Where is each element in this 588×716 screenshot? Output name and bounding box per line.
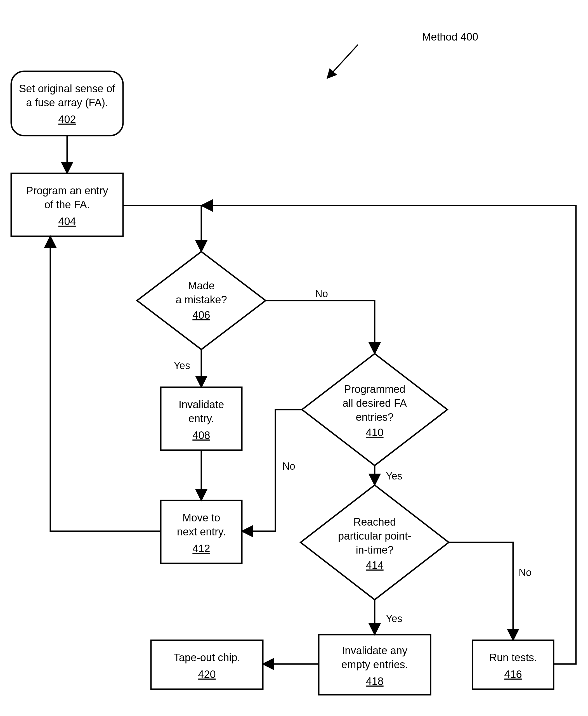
node-414-line1: Reached (353, 516, 396, 528)
edge-406-408-label: Yes (174, 360, 190, 371)
node-416-line1: Run tests. (489, 652, 537, 664)
node-402-line1: Set original sense of (19, 83, 115, 94)
svg-rect-9 (151, 640, 263, 689)
node-408-line1: Invalidate (178, 399, 224, 410)
node-404-ref: 404 (58, 215, 76, 227)
node-404-line1: Program an entry (26, 185, 108, 196)
node-410-line3: entries? (356, 411, 393, 423)
node-402: Set original sense of a fuse array (FA).… (11, 71, 123, 135)
node-408-line2: entry. (188, 413, 214, 424)
node-418-line2: empty entries. (341, 659, 408, 670)
node-408-ref: 408 (192, 429, 210, 441)
node-412-ref: 412 (192, 543, 210, 554)
node-408: Invalidate entry. 408 (161, 387, 242, 450)
node-404-line2: of the FA. (44, 199, 90, 211)
node-418-ref: 418 (366, 675, 383, 687)
node-414: Reached particular point- in-time? 414 (300, 485, 449, 600)
node-414-line3: in-time? (356, 544, 393, 556)
node-412-line1: Move to (182, 512, 220, 524)
svg-marker-6 (300, 485, 449, 600)
edge-406-410 (266, 300, 375, 354)
flowchart: Method 400 Set original sense of a fuse … (0, 0, 588, 716)
node-410-line2: all desired FA (342, 397, 407, 409)
edge-412-404 (50, 236, 161, 531)
node-414-line2: particular point- (338, 530, 411, 542)
node-412-line2: next entry. (177, 526, 226, 538)
edge-410-414-label: Yes (386, 470, 402, 482)
node-414-ref: 414 (366, 560, 383, 571)
svg-marker-4 (302, 354, 447, 465)
edge-414-418-label: Yes (386, 613, 402, 624)
edge-414-416 (449, 542, 513, 640)
edge-410-412-label: No (282, 461, 295, 472)
node-416: Run tests. 416 (472, 640, 553, 689)
method-label: Method 400 (327, 31, 478, 78)
node-410: Programmed all desired FA entries? 410 (302, 354, 447, 465)
node-410-line1: Programmed (344, 383, 405, 395)
node-402-ref: 402 (58, 113, 76, 125)
node-404: Program an entry of the FA. 404 (11, 173, 123, 236)
edge-406-410-label: No (315, 288, 328, 299)
svg-rect-7 (472, 640, 553, 689)
node-416-ref: 416 (504, 669, 522, 680)
node-410-ref: 410 (366, 427, 383, 438)
node-420-line1: Tape-out chip. (174, 652, 240, 664)
node-420-ref: 420 (198, 669, 215, 680)
node-418-line1: Invalidate any (342, 645, 408, 656)
node-406-line2: a mistake? (175, 294, 227, 306)
node-402-line2: a fuse array (FA). (26, 97, 108, 108)
node-412: Move to next entry. 412 (161, 501, 242, 563)
method-label-text: Method 400 (422, 31, 478, 43)
node-406-ref: 406 (192, 309, 210, 321)
node-406: Made a mistake? 406 (137, 252, 266, 350)
edge-414-416-label: No (519, 567, 531, 578)
node-418: Invalidate any empty entries. 418 (319, 635, 430, 695)
node-420: Tape-out chip. 420 (151, 640, 263, 689)
node-406-line1: Made (188, 280, 214, 292)
